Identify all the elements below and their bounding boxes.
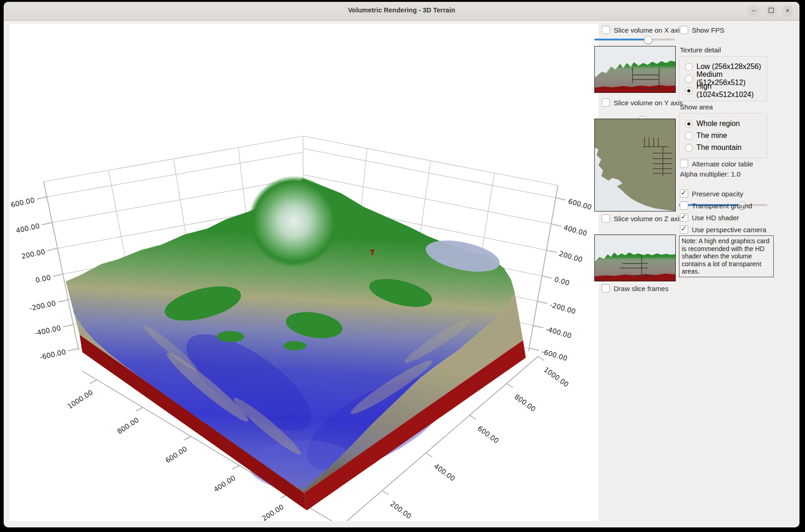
z-slice-preview-image xyxy=(594,235,676,281)
radio-circle xyxy=(685,132,693,140)
svg-text:-600.00: -600.00 xyxy=(540,348,569,363)
slice-y-checkbox[interactable]: ✓ Slice volume on Y axis xyxy=(602,98,683,107)
checkbox-box: ✓ xyxy=(680,225,688,234)
svg-text:-600.00: -600.00 xyxy=(39,348,66,361)
maximize-button[interactable] xyxy=(765,6,776,17)
checkbox-box: ✓ xyxy=(680,201,688,210)
draw-slice-frames-checkbox[interactable]: ✓ Draw slice frames xyxy=(602,284,668,292)
svg-text:600.00: 600.00 xyxy=(10,196,35,209)
radio-circle xyxy=(685,120,693,128)
maximize-icon xyxy=(769,8,774,13)
svg-text:600.00: 600.00 xyxy=(164,445,189,465)
3d-viewport[interactable]: 600.00 400.00 200.00 0.00 -200.00 -400.0… xyxy=(10,24,598,521)
svg-text:800.00: 800.00 xyxy=(513,393,537,413)
hd-shader-note: Note: A high end graphics card is recomm… xyxy=(679,235,774,277)
radio-circle xyxy=(685,75,693,83)
show-area-title: Show area xyxy=(680,103,713,111)
use-perspective-camera-checkbox[interactable]: ✓ Use perspective camera xyxy=(680,225,766,234)
mountain-peak xyxy=(248,176,340,268)
use-hd-shader-checkbox[interactable]: ✓ Use HD shader xyxy=(680,213,739,222)
svg-text:-400.00: -400.00 xyxy=(545,325,573,340)
checkbox-box: ✓ xyxy=(680,26,688,34)
radio-texture-low[interactable]: Low (256x128x256) xyxy=(685,62,767,71)
transparent-ground-checkbox[interactable]: ✓ Transparent ground xyxy=(680,201,752,210)
checkbox-box: ✓ xyxy=(680,160,688,168)
slice-x-slider[interactable] xyxy=(594,36,675,43)
show-fps-checkbox[interactable]: ✓ Show FPS xyxy=(680,26,724,34)
svg-text:200.00: 200.00 xyxy=(21,247,46,261)
svg-text:400.00: 400.00 xyxy=(212,474,237,494)
checkbox-box: ✓ xyxy=(680,189,688,198)
radio-circle xyxy=(685,87,693,95)
texture-detail-title: Texture detail xyxy=(680,46,721,54)
radio-the-mine[interactable]: The mine xyxy=(685,131,767,140)
x-slice-preview-image xyxy=(594,46,676,93)
svg-text:400.00: 400.00 xyxy=(432,462,457,483)
texture-detail-group: Low (256x128x256) Medium (512x256x512) H… xyxy=(679,56,767,101)
svg-text:200.00: 200.00 xyxy=(260,503,285,521)
svg-text:400.00: 400.00 xyxy=(15,222,40,235)
radio-texture-medium[interactable]: Medium (512x256x512) xyxy=(685,74,767,83)
svg-text:-200.00: -200.00 xyxy=(29,299,56,313)
svg-text:0.00: 0.00 xyxy=(34,273,51,285)
checkbox-box: ✓ xyxy=(602,98,610,107)
checkbox-box: ✓ xyxy=(602,284,610,292)
slider-handle[interactable] xyxy=(644,36,652,44)
svg-text:-200.00: -200.00 xyxy=(549,301,577,316)
svg-text:600.00: 600.00 xyxy=(567,197,592,212)
window-title: Volumetric Rendering - 3D Terrain xyxy=(4,6,799,14)
slice-x-checkbox[interactable]: ✓ Slice volume on X axis xyxy=(602,26,683,34)
svg-text:600.00: 600.00 xyxy=(476,424,500,445)
slice-z-checkbox[interactable]: ✓ Slice volume on Z axis xyxy=(602,214,683,223)
app-window: Volumetric Rendering - 3D Terrain − × xyxy=(4,2,799,527)
svg-text:1000.00: 1000.00 xyxy=(66,388,94,411)
svg-text:200.00: 200.00 xyxy=(558,250,583,264)
radio-whole-region[interactable]: Whole region xyxy=(685,119,767,128)
minimize-button[interactable]: − xyxy=(748,6,759,17)
checkbox-box: ✓ xyxy=(602,214,610,223)
svg-text:1000.00: 1000.00 xyxy=(542,366,570,389)
svg-text:200.00: 200.00 xyxy=(389,500,413,521)
y-slice-preview-image xyxy=(594,119,676,212)
svg-text:-400.00: -400.00 xyxy=(34,324,61,338)
radio-circle xyxy=(685,63,693,71)
radio-texture-high[interactable]: High (1024x512x1024) xyxy=(685,86,767,95)
show-area-group: Whole region The mine The mountain xyxy=(679,113,767,158)
checkbox-box: ✓ xyxy=(680,213,688,222)
preserve-opacity-checkbox[interactable]: ✓ Preserve opacity xyxy=(680,189,743,198)
alternate-color-table-checkbox[interactable]: ✓ Alternate color table xyxy=(680,160,753,168)
radio-the-mountain[interactable]: The mountain xyxy=(685,143,767,152)
svg-text:400.00: 400.00 xyxy=(563,223,588,238)
terrain-plot: 600.00 400.00 200.00 0.00 -200.00 -400.0… xyxy=(10,24,598,521)
title-bar[interactable]: Volumetric Rendering - 3D Terrain − × xyxy=(4,2,799,21)
alpha-multiplier-label: Alpha multiplier: 1.0 xyxy=(680,170,741,178)
close-button[interactable]: × xyxy=(782,6,793,17)
radio-circle xyxy=(685,144,693,152)
svg-text:0.00: 0.00 xyxy=(553,275,570,288)
checkbox-box: ✓ xyxy=(602,26,610,34)
terrain-volume xyxy=(66,176,526,510)
svg-text:800.00: 800.00 xyxy=(115,416,140,436)
